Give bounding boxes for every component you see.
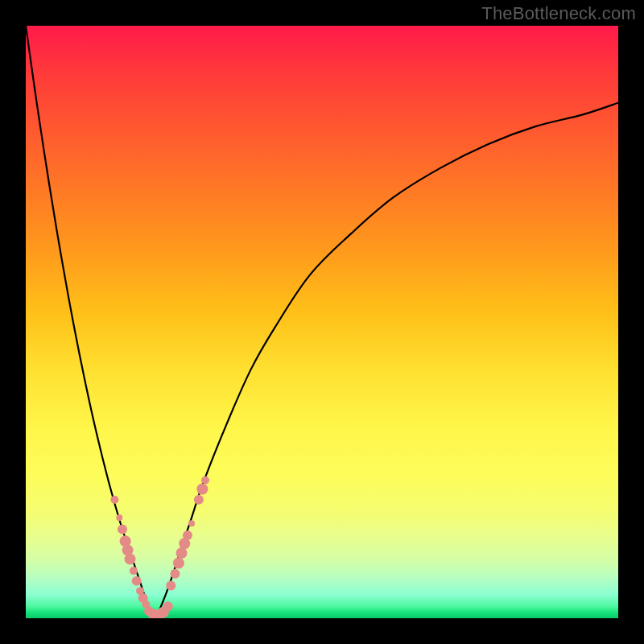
marker-left-7 [132, 576, 142, 586]
marker-left-0 [110, 496, 118, 504]
marker-right-9 [201, 477, 209, 485]
marker-left-5 [125, 553, 136, 564]
watermark-text: TheBottleneck.com [481, 3, 636, 24]
marker-right-6 [188, 520, 195, 526]
right-bottleneck-curve [156, 103, 618, 618]
marker-left-6 [130, 567, 138, 575]
marker-right-0 [166, 581, 175, 591]
marker-left-2 [118, 525, 127, 535]
marker-bottom-4 [163, 601, 173, 611]
marker-right-5 [183, 530, 192, 540]
plot-area [26, 26, 618, 618]
data-markers [110, 477, 209, 618]
left-bottleneck-curve [26, 26, 156, 618]
marker-right-1 [170, 569, 180, 579]
marker-left-1 [116, 514, 122, 521]
marker-right-2 [173, 558, 184, 569]
marker-right-8 [196, 484, 208, 495]
curve-layer [26, 26, 618, 618]
marker-right-7 [194, 495, 204, 505]
chart-frame: TheBottleneck.com [0, 0, 644, 644]
